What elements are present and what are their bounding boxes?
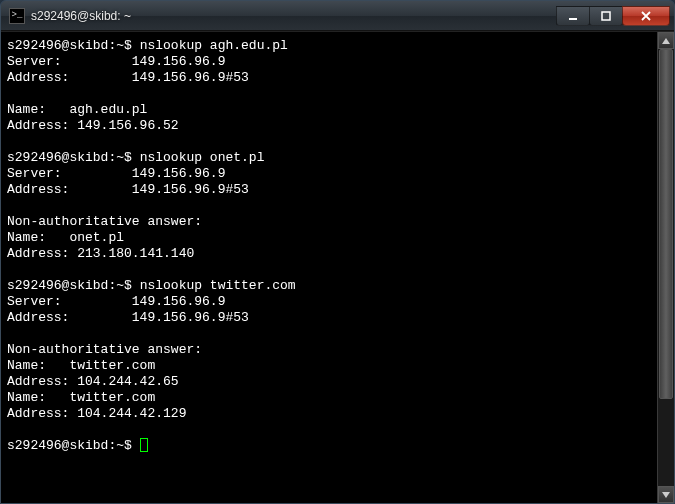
terminal-line: Server: 149.156.96.9 bbox=[7, 166, 653, 182]
terminal-line: Name: agh.edu.pl bbox=[7, 102, 653, 118]
terminal-line: Address: 213.180.141.140 bbox=[7, 246, 653, 262]
terminal-line: s292496@skibd:~$ nslookup twitter.com bbox=[7, 278, 653, 294]
terminal-line: Address: 149.156.96.9#53 bbox=[7, 182, 653, 198]
terminal-line: s292496@skibd:~$ nslookup agh.edu.pl bbox=[7, 38, 653, 54]
terminal-line: Name: onet.pl bbox=[7, 230, 653, 246]
svg-rect-0 bbox=[569, 18, 577, 20]
titlebar[interactable]: >_ s292496@skibd: ~ bbox=[1, 1, 674, 31]
terminal-line: Name: twitter.com bbox=[7, 390, 653, 406]
terminal-line bbox=[7, 326, 653, 342]
terminal-line: s292496@skibd:~$ nslookup onet.pl bbox=[7, 150, 653, 166]
scrollbar[interactable] bbox=[657, 32, 674, 503]
scroll-up-button[interactable] bbox=[658, 32, 674, 49]
terminal-line bbox=[7, 262, 653, 278]
scroll-down-button[interactable] bbox=[658, 486, 674, 503]
close-button[interactable] bbox=[622, 6, 670, 26]
terminal-line: Address: 104.244.42.65 bbox=[7, 374, 653, 390]
terminal-output[interactable]: s292496@skibd:~$ nslookup agh.edu.plServ… bbox=[1, 32, 657, 503]
terminal-line: Non-authoritative answer: bbox=[7, 342, 653, 358]
terminal-line bbox=[7, 86, 653, 102]
terminal-line: Address: 149.156.96.52 bbox=[7, 118, 653, 134]
terminal-line: Name: twitter.com bbox=[7, 358, 653, 374]
terminal-line: Address: 149.156.96.9#53 bbox=[7, 310, 653, 326]
terminal-line: Server: 149.156.96.9 bbox=[7, 294, 653, 310]
terminal-prompt-line[interactable]: s292496@skibd:~$ bbox=[7, 438, 653, 454]
minimize-button[interactable] bbox=[556, 6, 590, 26]
scroll-track[interactable] bbox=[658, 49, 674, 486]
terminal-line: Address: 149.156.96.9#53 bbox=[7, 70, 653, 86]
maximize-button[interactable] bbox=[589, 6, 623, 26]
scroll-thumb[interactable] bbox=[659, 49, 673, 399]
terminal-body: s292496@skibd:~$ nslookup agh.edu.plServ… bbox=[1, 31, 674, 503]
window-controls bbox=[557, 6, 670, 26]
terminal-line: Non-authoritative answer: bbox=[7, 214, 653, 230]
terminal-line: Server: 149.156.96.9 bbox=[7, 54, 653, 70]
terminal-line bbox=[7, 134, 653, 150]
terminal-line bbox=[7, 198, 653, 214]
terminal-line bbox=[7, 422, 653, 438]
terminal-window: >_ s292496@skibd: ~ s292496@skibd:~$ nsl… bbox=[0, 0, 675, 504]
window-title: s292496@skibd: ~ bbox=[31, 9, 557, 23]
app-icon: >_ bbox=[9, 8, 25, 24]
terminal-line: Address: 104.244.42.129 bbox=[7, 406, 653, 422]
cursor-icon bbox=[140, 438, 148, 452]
svg-rect-1 bbox=[602, 12, 610, 20]
